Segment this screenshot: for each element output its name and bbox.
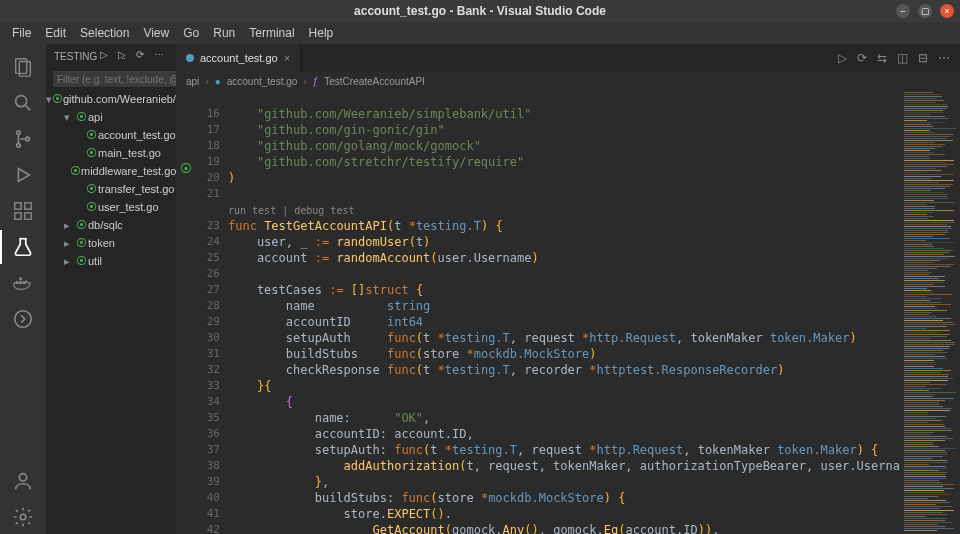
svg-rect-9: [25, 203, 31, 209]
breadcrumb-part[interactable]: account_test.go: [227, 76, 298, 87]
more-actions-icon[interactable]: ⋯: [154, 49, 168, 63]
svg-point-5: [17, 144, 21, 148]
svg-rect-11: [25, 213, 31, 219]
split-down-icon[interactable]: ⊟: [918, 51, 928, 65]
svg-point-2: [16, 96, 27, 107]
menu-help[interactable]: Help: [303, 24, 340, 42]
tab-label: account_test.go: [200, 52, 278, 64]
breadcrumb-part[interactable]: TestCreateAccountAPI: [324, 76, 425, 87]
debug-all-icon[interactable]: ▷̤: [118, 49, 132, 63]
breadcrumb[interactable]: api › ● account_test.go › ƒ TestCreateAc…: [176, 72, 960, 90]
tree-item[interactable]: ▸⦿util: [46, 252, 176, 270]
tree-item[interactable]: ▾⦿api: [46, 108, 176, 126]
svg-rect-10: [15, 213, 21, 219]
more-icon[interactable]: [0, 302, 46, 336]
menu-terminal[interactable]: Terminal: [243, 24, 300, 42]
extensions-icon[interactable]: [0, 194, 46, 228]
svg-point-17: [15, 311, 32, 328]
tree-item[interactable]: ⦿middleware_test.go: [46, 162, 176, 180]
svg-point-19: [20, 514, 26, 520]
run-icon[interactable]: ▷: [838, 51, 847, 65]
menu-go[interactable]: Go: [177, 24, 205, 42]
svg-point-4: [17, 131, 21, 135]
test-filter-input[interactable]: [52, 70, 189, 88]
menu-selection[interactable]: Selection: [74, 24, 135, 42]
editor-area: account_test.go × ▷ ⟳ ⇆ ◫ ⊟ ⋯ api › ● ac…: [176, 44, 960, 534]
settings-gear-icon[interactable]: [0, 500, 46, 534]
codelens-run-test[interactable]: run test: [228, 205, 276, 216]
tree-item[interactable]: ⦿main_test.go: [46, 144, 176, 162]
svg-point-6: [26, 137, 30, 141]
test-tree: ▾⦿github.com/Weeranieb/simplebank▾⦿api⦿a…: [46, 90, 176, 534]
account-icon[interactable]: [0, 464, 46, 498]
tab-bar: account_test.go × ▷ ⟳ ⇆ ◫ ⊟ ⋯: [176, 44, 960, 72]
tree-item[interactable]: ▸⦿db/sqlc: [46, 216, 176, 234]
tree-item[interactable]: ⦿transfer_test.go: [46, 180, 176, 198]
menu-run[interactable]: Run: [207, 24, 241, 42]
tree-item[interactable]: ⦿account_test.go: [46, 126, 176, 144]
window-maximize-button[interactable]: ▢: [918, 4, 932, 18]
svg-line-3: [26, 106, 31, 111]
testing-icon[interactable]: [0, 230, 46, 264]
codelens-debug-test[interactable]: debug test: [294, 205, 354, 216]
search-icon[interactable]: [0, 86, 46, 120]
menu-edit[interactable]: Edit: [39, 24, 72, 42]
sidebar-title: TESTING: [54, 51, 97, 62]
tree-item[interactable]: ▸⦿token: [46, 234, 176, 252]
minimap[interactable]: [900, 90, 960, 534]
editor-more-icon[interactable]: ⋯: [938, 51, 950, 65]
split-right-icon[interactable]: ◫: [897, 51, 908, 65]
refresh-tests-icon[interactable]: ⟳: [136, 49, 150, 63]
source-control-icon[interactable]: [0, 122, 46, 156]
svg-rect-8: [15, 203, 21, 209]
breadcrumb-part[interactable]: api: [186, 76, 199, 87]
line-numbers: 1617181920212324252627282930313233343536…: [196, 90, 228, 534]
tree-item[interactable]: ⦿user_test.go: [46, 198, 176, 216]
close-tab-icon[interactable]: ×: [284, 52, 290, 64]
titlebar: account_test.go - Bank - Visual Studio C…: [0, 0, 960, 22]
compare-icon[interactable]: ⇆: [877, 51, 887, 65]
sync-icon[interactable]: ⟳: [857, 51, 867, 65]
tab-account-test[interactable]: account_test.go ×: [176, 44, 301, 72]
activity-bar: [0, 44, 46, 534]
tree-root[interactable]: ▾⦿github.com/Weeranieb/simplebank: [46, 90, 176, 108]
svg-point-18: [19, 474, 26, 481]
go-file-icon: [186, 54, 194, 62]
menubar: FileEditSelectionViewGoRunTerminalHelp: [0, 22, 960, 44]
run-all-icon[interactable]: ▷: [100, 49, 114, 63]
svg-rect-16: [19, 278, 22, 281]
explorer-icon[interactable]: [0, 50, 46, 84]
window-close-button[interactable]: ×: [940, 4, 954, 18]
code-content[interactable]: "github.com/Weeranieb/simplebank/util" "…: [228, 90, 900, 534]
glyph-margin: ⦿: [176, 90, 196, 534]
run-debug-icon[interactable]: [0, 158, 46, 192]
test-pass-gutter-icon[interactable]: ⦿: [180, 161, 192, 177]
menu-file[interactable]: File: [6, 24, 37, 42]
docker-icon[interactable]: [0, 266, 46, 300]
window-minimize-button[interactable]: –: [896, 4, 910, 18]
svg-marker-7: [18, 169, 29, 182]
chevron-right-icon: ›: [303, 76, 306, 87]
testing-sidebar: TESTING ▷ ▷̤ ⟳ ⋯ ⧩ ▾⦿github.com/Weeranie…: [46, 44, 176, 534]
menu-view[interactable]: View: [137, 24, 175, 42]
window-title: account_test.go - Bank - Visual Studio C…: [354, 4, 606, 18]
chevron-right-icon: ›: [205, 76, 208, 87]
